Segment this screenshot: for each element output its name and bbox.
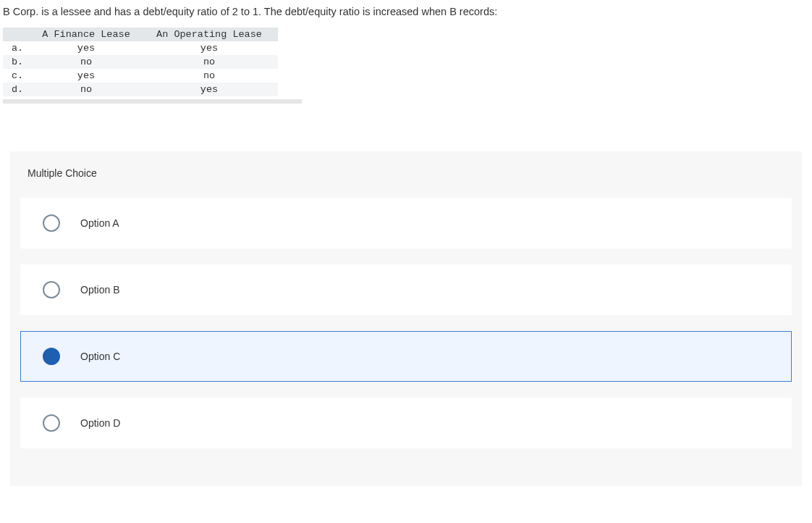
- radio-icon: [43, 348, 60, 365]
- table-row: d. no yes: [3, 83, 278, 96]
- table-row: b. no no: [3, 55, 278, 69]
- row-finance: no: [32, 83, 140, 96]
- question-text: B Corp. is a lessee and has a debt/equit…: [0, 0, 812, 28]
- option-d[interactable]: Option D: [20, 398, 792, 448]
- option-label: Option C: [80, 351, 120, 362]
- table-row: a. yes yes: [3, 41, 278, 55]
- mc-title: Multiple Choice: [10, 151, 802, 198]
- radio-icon: [43, 214, 60, 232]
- row-operating: no: [140, 69, 278, 83]
- row-label: c.: [3, 69, 32, 83]
- row-operating: no: [140, 55, 278, 69]
- option-b[interactable]: Option B: [20, 264, 792, 315]
- header-finance: A Finance Lease: [32, 28, 140, 41]
- lease-table-wrap: A Finance Lease An Operating Lease a. ye…: [0, 28, 812, 108]
- row-operating: yes: [140, 83, 278, 96]
- row-finance: yes: [32, 41, 140, 55]
- radio-icon: [43, 414, 60, 432]
- row-label: b.: [3, 55, 32, 69]
- multiple-choice-panel: Multiple Choice Option A Option B Option…: [10, 151, 802, 486]
- header-operating: An Operating Lease: [140, 28, 278, 41]
- option-label: Option B: [80, 284, 119, 296]
- lease-table: A Finance Lease An Operating Lease a. ye…: [3, 28, 278, 96]
- row-finance: yes: [32, 69, 140, 83]
- radio-icon: [43, 281, 60, 298]
- row-finance: no: [32, 55, 140, 69]
- row-operating: yes: [140, 41, 278, 55]
- option-label: Option A: [80, 217, 119, 229]
- row-label: d.: [3, 83, 32, 96]
- option-label: Option D: [80, 417, 120, 429]
- table-header-row: A Finance Lease An Operating Lease: [3, 28, 278, 41]
- option-a[interactable]: Option A: [20, 198, 792, 248]
- option-c[interactable]: Option C: [20, 331, 792, 382]
- table-bottom-bar: [3, 99, 302, 104]
- row-label: a.: [3, 41, 32, 55]
- table-row: c. yes no: [3, 69, 278, 83]
